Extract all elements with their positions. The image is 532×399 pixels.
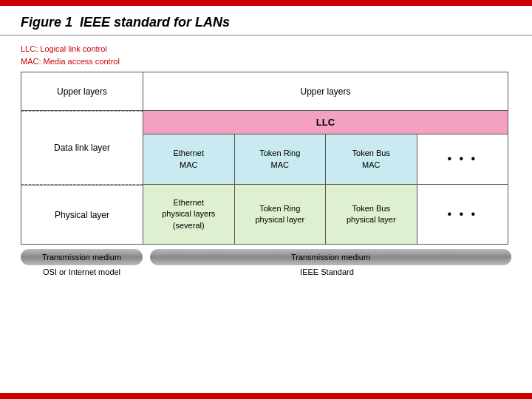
ieee-standard-label: IEEE Standard (143, 267, 511, 276)
tm-right-label: Transmission medium (291, 253, 370, 262)
token-ring-phy-cell: Token Ringphysical layer (235, 185, 327, 244)
tm-left-label: Transmission medium (42, 253, 121, 262)
tm-bar-right: Transmission medium (150, 249, 511, 265)
ieee-upper-layers: Upper layers (143, 72, 508, 111)
osi-physical-layer: Physical layer (21, 185, 143, 244)
page-title: Figure 1 IEEE standard for LANs (21, 15, 511, 30)
token-ring-phy-label: Token Ringphysical layer (255, 203, 304, 226)
token-bus-phy-label: Token Busphysical layer (347, 203, 396, 226)
title-area: Figure 1 IEEE standard for LANs (0, 6, 532, 35)
figure-title: IEEE standard for LANs (80, 15, 230, 30)
legend: LLC: Logical link control MAC: Media acc… (21, 43, 511, 67)
token-bus-mac-cell: Token BusMAC (326, 134, 417, 184)
osi-model-label: OSI or Internet model (21, 267, 143, 276)
llc-row: LLC (143, 111, 508, 134)
token-bus-phy-cell: Token Busphysical layer (326, 185, 417, 244)
bottom-bar (0, 393, 532, 399)
osi-label-text: OSI or Internet model (43, 267, 120, 276)
ethernet-mac-cell: EthernetMAC (143, 134, 235, 184)
osi-upper-layers: Upper layers (21, 72, 143, 111)
llc-label: LLC (316, 117, 335, 128)
transmission-medium-row: Transmission medium Transmission medium (21, 249, 511, 265)
ieee-column: Upper layers LLC EthernetMAC Token RingM… (143, 72, 508, 244)
content-area: LLC: Logical link control MAC: Media acc… (0, 35, 532, 284)
token-ring-mac-label: Token RingMAC (259, 148, 300, 171)
tm-bar-left: Transmission medium (21, 249, 143, 265)
phy-row: Ethernetphysical layers(several) Token R… (143, 185, 508, 244)
mac-dots: • • • (447, 151, 477, 167)
diagram: Upper layers Data link layer Physical la… (21, 72, 508, 245)
osi-data-link-layer: Data link layer (21, 111, 143, 185)
phy-dots-cell: • • • (417, 185, 508, 244)
bottom-labels-row: OSI or Internet model IEEE Standard (21, 267, 511, 276)
ieee-label-text: IEEE Standard (300, 267, 354, 276)
mac-row: EthernetMAC Token RingMAC Token BusMAC •… (143, 134, 508, 185)
top-bar (0, 0, 532, 6)
diagram-wrapper: Upper layers Data link layer Physical la… (21, 72, 511, 245)
ethernet-phy-cell: Ethernetphysical layers(several) (143, 185, 235, 244)
mac-dots-cell: • • • (417, 134, 508, 184)
osi-column: Upper layers Data link layer Physical la… (21, 72, 143, 244)
llc-legend: LLC: Logical link control (21, 43, 511, 55)
osi-upper-layers-label: Upper layers (57, 86, 107, 97)
osi-physical-label: Physical layer (55, 210, 109, 220)
ieee-upper-layers-label: Upper layers (300, 86, 350, 97)
figure-label: Figure 1 (21, 15, 72, 30)
token-bus-mac-label: Token BusMAC (352, 148, 390, 171)
ethernet-mac-label: EthernetMAC (173, 148, 204, 171)
mac-legend: MAC: Media access control (21, 55, 511, 68)
phy-dots: • • • (447, 206, 477, 222)
token-ring-mac-cell: Token RingMAC (235, 134, 327, 184)
osi-data-link-label: Data link layer (54, 143, 110, 153)
ethernet-phy-label: Ethernetphysical layers(several) (162, 197, 215, 231)
